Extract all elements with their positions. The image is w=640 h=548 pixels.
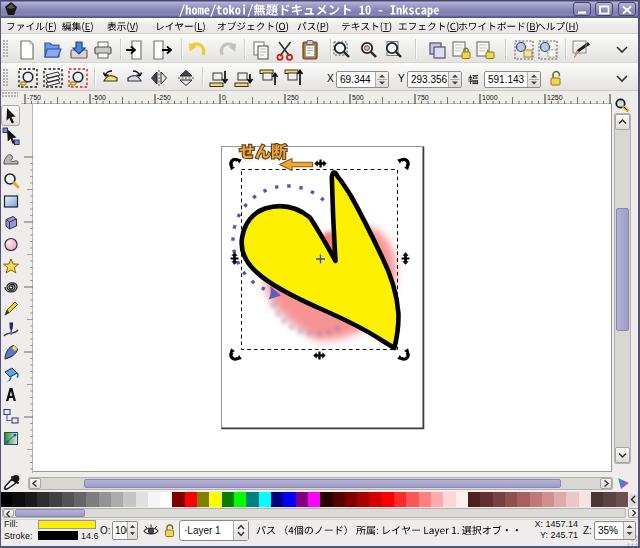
svg-text:750: 750	[417, 94, 429, 101]
svg-text:-500: -500	[92, 94, 106, 101]
svg-text:-250: -250	[157, 94, 171, 101]
svg-text:1250: 1250	[547, 94, 563, 101]
svg-text:250: 250	[287, 94, 299, 101]
svg-text:-750: -750	[27, 94, 41, 101]
svg-text:500: 500	[352, 94, 364, 101]
svg-text:0: 0	[222, 94, 226, 101]
svg-text:1000: 1000	[482, 94, 498, 101]
